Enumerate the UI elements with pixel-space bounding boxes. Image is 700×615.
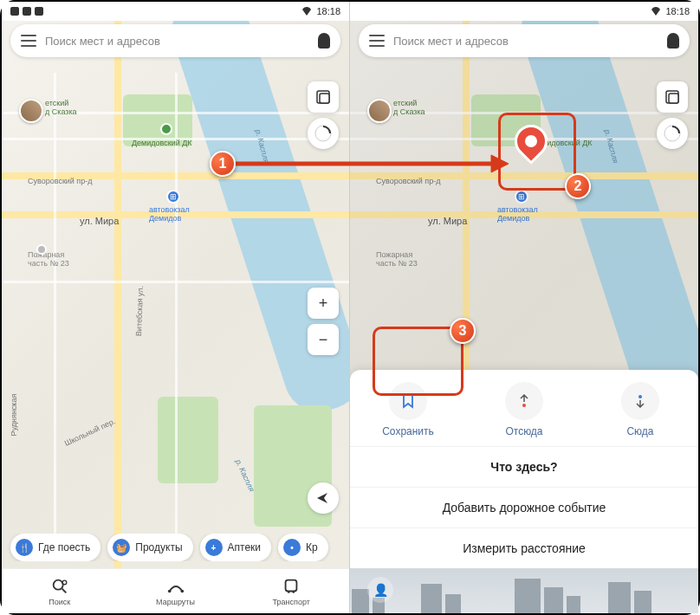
bottom-nav: Поиск Маршруты Транспорт	[2, 568, 349, 613]
nav-search[interactable]: Поиск	[2, 569, 118, 613]
svg-rect-1	[320, 94, 329, 103]
bookmark-icon	[389, 382, 427, 420]
svg-point-8	[288, 591, 290, 593]
search-placeholder: Поиск мест и адресов	[45, 35, 318, 48]
status-bar: 18:18	[350, 2, 698, 21]
poi-fire-label: Пожарная часть № 23	[28, 250, 69, 268]
callout-1: 1	[210, 151, 236, 177]
search-bar: Поиск мест и адресов	[2, 21, 349, 61]
svg-marker-16	[491, 155, 509, 172]
svg-rect-7	[286, 579, 297, 591]
zoom-out-button[interactable]: −	[308, 324, 339, 355]
chip-groceries[interactable]: 🧺Продукты	[107, 534, 192, 561]
street-label-mira: ул. Мира	[80, 216, 119, 226]
locate-button[interactable]	[308, 482, 339, 514]
road	[350, 211, 698, 218]
menu-icon[interactable]	[21, 35, 36, 47]
tutorial-arrow	[223, 151, 509, 177]
poi-bus-icon[interactable]: ⊞	[166, 190, 180, 204]
layers-button[interactable]	[657, 81, 688, 113]
poi-skazka-label: етский д Сказка	[393, 99, 425, 116]
svg-point-5	[167, 589, 171, 592]
street-label-mira: ул. Мира	[428, 216, 467, 226]
category-chips: 🍴Где поесть 🧺Продукты +Аптеки •Кр	[2, 534, 349, 561]
chip-food[interactable]: 🍴Где поесть	[10, 534, 100, 561]
menu-icon[interactable]	[369, 35, 385, 47]
user-avatar[interactable]	[367, 99, 392, 123]
street-label-suvorovskiy: Суворовский пр-д	[28, 177, 93, 185]
arrow-up-icon	[505, 382, 543, 420]
action-to-here[interactable]: Сюда	[582, 382, 698, 437]
svg-point-13	[522, 404, 526, 407]
zoom-in-button[interactable]: +	[308, 288, 339, 319]
status-icons	[10, 7, 43, 16]
map-canvas[interactable]: ул. Мира Суворовский пр-д Баррикадная ул…	[2, 21, 349, 613]
mic-icon[interactable]	[667, 33, 679, 49]
poi-fire-icon[interactable]	[36, 244, 47, 255]
action-measure[interactable]: Измерить расстояние	[350, 528, 698, 568]
phone-right: 18:18 ул. Мира Суворовский пр-д Баррикад…	[350, 2, 698, 613]
action-from-here[interactable]: Отсюда	[466, 382, 582, 437]
poi-dk-icon[interactable]	[160, 123, 172, 135]
poi-bus-label: автовокзал Демидов	[149, 205, 190, 223]
mic-icon[interactable]	[318, 33, 330, 49]
sheet-actions-row: Сохранить Отсюда Сюда	[350, 370, 698, 447]
road	[114, 21, 121, 613]
layers-button[interactable]	[308, 81, 339, 113]
street-label-shkolny: Школьный пер.	[63, 417, 117, 448]
poi-fire-label: Пожарная часть № 23	[376, 250, 418, 268]
park	[158, 397, 218, 483]
nav-routes[interactable]: Маршруты	[118, 569, 234, 613]
svg-point-6	[180, 589, 184, 592]
search-bar: Поиск мест и адресов	[350, 21, 698, 61]
street-label-suvorovskiy: Суворовский пр-д	[376, 177, 441, 185]
tutorial-container: 18:18 ул. Мира Суворовский пр-д Баррикад…	[0, 0, 700, 615]
compass-button[interactable]	[657, 118, 688, 149]
action-save[interactable]: Сохранить	[350, 382, 466, 437]
poi-bus-icon[interactable]: ⊞	[515, 190, 528, 204]
compass-button[interactable]	[308, 118, 339, 149]
action-add-event[interactable]: Добавить дорожное событие	[350, 488, 698, 528]
street-label-vitebskaya: Витебская ул.	[134, 286, 145, 336]
panorama-strip[interactable]: 👤	[350, 568, 698, 613]
arrow-down-icon	[621, 382, 659, 420]
action-what-here[interactable]: Что здесь?	[350, 447, 698, 488]
clock: 18:18	[665, 6, 690, 16]
status-right: 18:18	[302, 6, 340, 16]
phone-left: 18:18 ул. Мира Суворовский пр-д Баррикад…	[2, 2, 350, 613]
chip-more[interactable]: •Кр	[278, 534, 328, 561]
river-label: р. Каспля	[603, 129, 620, 165]
poi-skazka-label: етский д Сказка	[45, 99, 77, 116]
clock: 18:18	[316, 6, 340, 16]
svg-rect-11	[669, 94, 678, 103]
poi-dk-label: Демидовский ДК	[132, 139, 192, 147]
search-field[interactable]: Поиск мест и адресов	[359, 24, 690, 57]
callout-2: 2	[565, 173, 591, 199]
place-pin-icon[interactable]	[508, 118, 554, 165]
street-label-rudnyanskaya: Руднянская	[10, 394, 18, 437]
status-right: 18:18	[651, 6, 690, 16]
nav-transport[interactable]: Транспорт	[233, 569, 349, 613]
svg-point-3	[53, 579, 62, 589]
panorama-icon: 👤	[367, 577, 393, 603]
user-avatar[interactable]	[19, 99, 43, 123]
poi-bus-label: автовокзал Демидов	[497, 205, 538, 223]
search-placeholder: Поиск мест и адресов	[393, 35, 667, 48]
status-bar: 18:18	[2, 2, 349, 21]
callout-3: 3	[450, 318, 476, 344]
chip-pharmacy[interactable]: +Аптеки	[200, 534, 272, 561]
search-field[interactable]: Поиск мест и адресов	[10, 24, 340, 57]
svg-point-14	[638, 395, 642, 398]
place-action-sheet: Сохранить Отсюда Сюда Что здесь? Добавит…	[350, 370, 698, 613]
svg-point-9	[293, 591, 295, 593]
